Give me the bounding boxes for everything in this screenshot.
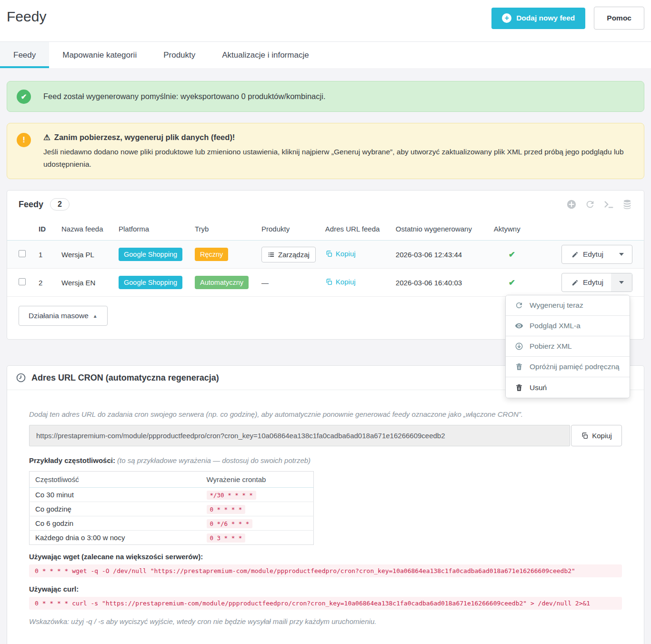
header-checkbox-col [7, 217, 34, 241]
pencil-icon [571, 279, 579, 286]
eye-icon [515, 322, 523, 330]
copy-icon [325, 250, 333, 258]
clock-icon [16, 372, 26, 383]
edit-dropdown-toggle[interactable] [611, 273, 632, 292]
success-check-icon: ✔ [17, 90, 31, 104]
download-circle-icon [515, 342, 523, 351]
cron-panel-title: Adres URL CRON (automatyczna regeneracja… [31, 373, 219, 383]
panel-database-icon[interactable] [622, 199, 632, 210]
mode-badge: Automatyczny [195, 276, 249, 289]
curl-command: 0 * * * * curl -s "https://prestapremium… [29, 597, 622, 610]
edit-button[interactable]: Edytuj [562, 245, 611, 263]
menu-item-label: Wygeneruj teraz [530, 301, 583, 310]
success-alert-text: Feed został wygenerowany pomyślnie: wyek… [43, 92, 325, 101]
feed-id: 1 [34, 241, 57, 269]
menu-item-delete[interactable]: Usuń [506, 377, 630, 398]
frequency-table-header-row: Częstotliwość Wyrażenie crontab [30, 472, 314, 488]
panel-add-icon[interactable] [566, 199, 577, 210]
table-row-feed-2: 2 Wersja EN Google Shopping Automatyczny… [7, 269, 644, 297]
column-last-generated: Ostatnio wygenerowany [391, 217, 489, 241]
row-checkbox[interactable] [19, 278, 26, 285]
feeds-table-header-row: ID Nazwa feeda Platforma Tryb Produkty A… [7, 217, 644, 241]
column-name: Nazwa feeda [57, 217, 114, 241]
copy-feed-url-link[interactable]: Kopiuj [325, 250, 356, 258]
panel-terminal-icon[interactable] [603, 199, 614, 210]
tab-mapowanie-label: Mapowanie kategorii [62, 50, 137, 60]
feed-name: Wersja EN [57, 269, 114, 297]
examples-note: (to są przykładowe wyrażenia — dostosuj … [117, 456, 310, 464]
cron-panel-body: Dodaj ten adres URL do zadania cron swoj… [7, 390, 644, 644]
feeds-panel-title: Feedy [19, 200, 43, 210]
edit-button[interactable]: Edytuj [562, 273, 611, 292]
cron-url-field[interactable]: https://prestapremium-com/module/ppprodu… [29, 425, 570, 446]
topbar: Feedy + Dodaj nowy feed Pomoc [0, 0, 651, 41]
freq-column-crontab: Wyrażenie crontab [201, 472, 314, 488]
crontab-expression: 0 */6 * * * [207, 519, 253, 528]
tab-produkty-label: Produkty [163, 50, 195, 60]
trash-icon [515, 383, 523, 392]
tab-produkty[interactable]: Produkty [150, 42, 209, 68]
topbar-actions: + Dodaj nowy feed Pomoc [491, 7, 644, 30]
tab-mapowanie-kategorii[interactable]: Mapowanie kategorii [49, 42, 150, 68]
chevron-down-icon [619, 253, 624, 256]
tab-feedy[interactable]: Feedy [0, 42, 49, 68]
menu-item-preview-xml[interactable]: Podgląd XML-a [506, 316, 630, 336]
cron-tip-text: Wskazówka: użyj -q / -s aby wyciszyć wyj… [29, 617, 622, 625]
table-row: Każdego dnia o 3:00 w nocy 0 3 * * * [30, 531, 314, 545]
crontab-expression: 0 3 * * * [207, 533, 246, 543]
active-check-icon: ✔ [509, 250, 515, 259]
refresh-icon [515, 301, 523, 310]
copy-feed-url-label: Kopiuj [336, 250, 356, 258]
warning-title-text: Zanim pobierzesz, wygeneruj plik danych … [54, 133, 235, 142]
add-feed-button[interactable]: + Dodaj nowy feed [491, 8, 585, 29]
row-checkbox[interactable] [19, 250, 26, 257]
add-feed-button-label: Dodaj nowy feed [516, 14, 575, 22]
warning-alert-title: ⚠ Zanim pobierzesz, wygeneruj plik danyc… [43, 133, 634, 142]
panel-refresh-icon[interactable] [585, 199, 595, 210]
menu-item-download-xml[interactable]: Pobierz XML [506, 336, 630, 357]
copy-cron-url-button[interactable]: Kopiuj [571, 425, 622, 446]
column-feed-url: Adres URL feeda [320, 217, 391, 241]
feeds-count-badge: 2 [50, 198, 70, 211]
menu-item-label: Podgląd XML-a [530, 322, 581, 330]
freq-label: Co 30 minut [30, 488, 201, 502]
menu-item-generate-now[interactable]: Wygeneruj teraz [506, 295, 630, 316]
platform-badge: Google Shopping [119, 276, 182, 289]
page-title: Feedy [7, 9, 46, 25]
active-check-icon: ✔ [509, 278, 515, 287]
column-mode: Tryb [190, 217, 257, 241]
list-icon [268, 251, 275, 258]
products-empty-value: — [257, 269, 320, 297]
cron-intro-text: Dodaj ten adres URL do zadania cron swoj… [29, 410, 622, 418]
column-platform: Platforma [114, 217, 190, 241]
manage-products-button[interactable]: Zarządzaj [261, 247, 316, 262]
examples-label: Przykłady częstotliwości: [29, 456, 115, 464]
warning-exclamation-icon: ! [17, 133, 31, 147]
bulk-actions-button[interactable]: Działania masowe ▲ [19, 306, 108, 326]
platform-badge: Google Shopping [119, 248, 182, 261]
table-row: Co 30 minut */30 * * * * [30, 488, 314, 502]
trash-icon [515, 362, 523, 371]
manage-products-label: Zarządzaj [278, 251, 310, 259]
plus-circle-icon: + [502, 13, 511, 23]
menu-item-label: Opróżnij pamięć podręczną [530, 362, 620, 371]
cron-panel: Adres URL CRON (automatyczna regeneracja… [7, 365, 644, 644]
success-alert: ✔ Feed został wygenerowany pomyślnie: wy… [7, 81, 644, 112]
last-generated-value: 2026-03-06 12:43:44 [391, 241, 489, 269]
copy-feed-url-link[interactable]: Kopiuj [325, 278, 356, 286]
menu-item-clear-cache[interactable]: Opróżnij pamięć podręczną [506, 357, 630, 377]
warning-alert-content: ⚠ Zanim pobierzesz, wygeneruj plik danyc… [43, 133, 634, 170]
column-actions [535, 217, 644, 241]
table-row-feed-1: 1 Wersja PL Google Shopping Ręczny Zarzą… [7, 241, 644, 269]
edit-dropdown-toggle[interactable] [611, 245, 632, 263]
help-button[interactable]: Pomoc [594, 7, 644, 30]
tab-aktualizacje[interactable]: Aktualizacje i informacje [209, 42, 322, 68]
warning-alert-body: Jeśli niedawno dodano nowe pliki produkt… [43, 146, 634, 170]
menu-item-label: Usuń [530, 383, 547, 392]
column-active: Aktywny [489, 217, 535, 241]
feeds-panel-header: Feedy 2 [7, 191, 644, 217]
mode-badge: Ręczny [195, 248, 228, 261]
examples-line: Przykłady częstotliwości: (to są przykła… [29, 456, 622, 464]
last-generated-value: 2026-03-06 16:40:03 [391, 269, 489, 297]
table-row: Co 6 godzin 0 */6 * * * [30, 516, 314, 531]
